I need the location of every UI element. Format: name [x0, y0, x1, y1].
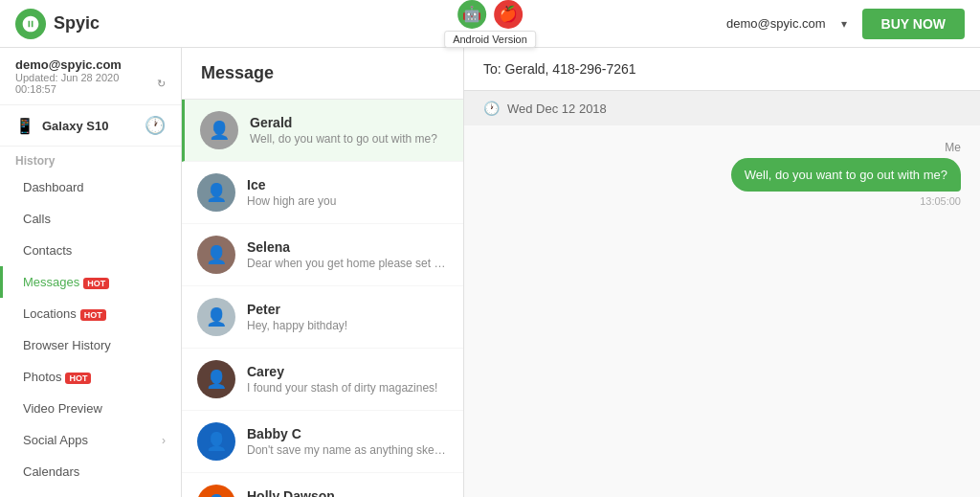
platform-label: Android Version: [444, 31, 536, 48]
platform-icons: 🤖 🍎: [457, 0, 523, 29]
logo-text: Spyic: [54, 13, 100, 34]
contact-name: Selena: [247, 239, 448, 255]
device-icon: 📱: [15, 117, 34, 135]
avatar: 👤: [197, 173, 235, 212]
buy-now-button[interactable]: BUY NOW: [862, 9, 965, 39]
logo: Spyic: [15, 9, 100, 39]
message-item-content: Peter Hey, happy bithday!: [247, 302, 448, 332]
message-preview: How high are you: [247, 194, 448, 208]
header-center: 🤖 🍎 Android Version: [444, 0, 536, 48]
message-item-content: Ice How high are you: [247, 177, 448, 208]
contact-name: Carey: [247, 364, 448, 379]
nav-arrow: ›: [162, 434, 166, 447]
content: Message 👤 Gerald Well, do you want to go…: [182, 48, 980, 497]
sidebar-item-messages[interactable]: MessagesHOT: [0, 266, 181, 298]
message-item[interactable]: 👤 Gerald Well, do you want to go out wit…: [182, 100, 463, 162]
chat-header: To: Gerald, 418-296-7261: [464, 48, 980, 91]
contact-name: Peter: [247, 302, 448, 317]
hot-badge: HOT: [65, 373, 91, 384]
message-list-panel: Message 👤 Gerald Well, do you want to go…: [182, 48, 464, 497]
sender-label: Me: [483, 141, 961, 154]
sidebar-user-email: demo@spyic.com: [15, 57, 166, 72]
sidebar-item-applications[interactable]: Applications: [0, 487, 181, 497]
chat-panel: To: Gerald, 418-296-7261 🕐 Wed Dec 12 20…: [464, 48, 980, 497]
message-item[interactable]: 👤 Holly Dawson Don't' ever Buy me Curry …: [182, 473, 463, 497]
avatar: 👤: [197, 422, 235, 461]
sidebar-item-photos[interactable]: PhotosHOT: [0, 361, 181, 393]
header: Spyic 🤖 🍎 Android Version demo@spyic.com…: [0, 0, 980, 48]
hot-badge: HOT: [83, 278, 109, 289]
sidebar-item-locations[interactable]: LocationsHOT: [0, 298, 181, 329]
message-item-content: Gerald Well, do you want to go out with …: [250, 115, 448, 146]
message-item-content: Holly Dawson Don't' ever Buy me Curry no…: [247, 488, 448, 497]
clock-icon: 🕐: [483, 101, 500, 116]
chat-date: Wed Dec 12 2018: [507, 102, 607, 116]
avatar: 👤: [197, 236, 235, 274]
sidebar: demo@spyic.com Updated: Jun 28 2020 00:1…: [0, 48, 182, 497]
avatar: 👤: [197, 485, 235, 497]
chat-messages: Me Well, do you want to go out with me? …: [464, 125, 980, 497]
sidebar-item-video-preview[interactable]: Video Preview: [0, 393, 181, 424]
sidebar-updated: Updated: Jun 28 2020 00:18:57 ↻: [15, 72, 166, 95]
contact-name: Babby C: [247, 426, 448, 441]
contact-name: Holly Dawson: [247, 488, 448, 497]
sidebar-item-dashboard[interactable]: Dashboard: [0, 171, 181, 203]
message-item-content: Carey I found your stash of dirty magazi…: [247, 364, 448, 395]
message-item[interactable]: 👤 Ice How high are you: [182, 162, 463, 224]
sidebar-item-contacts[interactable]: Contacts: [0, 235, 181, 266]
sidebar-item-social-apps[interactable]: Social Apps›: [0, 424, 181, 456]
contact-name: Ice: [247, 177, 448, 192]
device-name: Galaxy S10: [42, 119, 108, 133]
message-time: 13:05:00: [483, 195, 961, 207]
message-preview: Well, do you want to go out with me?: [250, 132, 448, 146]
message-item-content: Babby C Don't save my name as anything s…: [247, 426, 448, 457]
nav-section-label: History: [0, 147, 181, 171]
sidebar-item-browser-history[interactable]: Browser History: [0, 329, 181, 361]
message-item-content: Selena Dear when you get home please set…: [247, 239, 448, 270]
apple-icon[interactable]: 🍎: [494, 0, 523, 29]
chat-date-separator: 🕐 Wed Dec 12 2018: [464, 91, 980, 125]
hot-badge: HOT: [80, 309, 106, 321]
account-dropdown-icon[interactable]: ▾: [841, 17, 847, 31]
message-item[interactable]: 👤 Peter Hey, happy bithday!: [182, 286, 463, 349]
device-row: 📱 Galaxy S10 🕐: [0, 105, 181, 147]
device-info: 📱 Galaxy S10: [15, 117, 108, 135]
contact-name: Gerald: [250, 115, 448, 130]
message-preview: Dear when you get home please set out th…: [247, 257, 448, 270]
android-icon[interactable]: 🤖: [457, 0, 486, 29]
message-item[interactable]: 👤 Carey I found your stash of dirty maga…: [182, 349, 463, 411]
message-preview: I found your stash of dirty magazines!: [247, 381, 448, 395]
avatar: 👤: [200, 111, 238, 149]
avatar: 👤: [197, 298, 235, 336]
message-preview: Don't save my name as anything sketchy: [247, 443, 448, 457]
avatar: 👤: [197, 360, 235, 398]
sidebar-header: demo@spyic.com Updated: Jun 28 2020 00:1…: [0, 48, 181, 105]
refresh-icon[interactable]: ↻: [157, 78, 166, 90]
message-item[interactable]: 👤 Selena Dear when you get home please s…: [182, 224, 463, 286]
sidebar-item-calendars[interactable]: Calendars: [0, 456, 181, 487]
account-email: demo@spyic.com: [726, 16, 826, 31]
sidebar-item-calls[interactable]: Calls: [0, 203, 181, 235]
message-item[interactable]: 👤 Babby C Don't save my name as anything…: [182, 411, 463, 473]
message-preview: Hey, happy bithday!: [247, 319, 448, 332]
message-items: 👤 Gerald Well, do you want to go out wit…: [182, 100, 463, 497]
message-list-header: Message: [182, 48, 463, 100]
sidebar-nav: DashboardCallsContactsMessagesHOTLocatio…: [0, 171, 181, 497]
message-bubble: Well, do you want to go out with me?: [731, 158, 961, 192]
bubble-wrap: Well, do you want to go out with me?: [483, 158, 961, 192]
history-button[interactable]: 🕐: [145, 115, 166, 136]
main: demo@spyic.com Updated: Jun 28 2020 00:1…: [0, 48, 980, 497]
logo-icon: [15, 9, 46, 39]
